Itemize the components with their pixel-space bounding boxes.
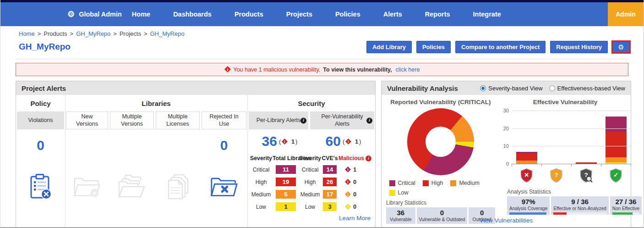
donut-legend: CriticalHighMediumLow	[389, 180, 492, 196]
per-vulnerability-alerts-label: Per-Vulnerability Alerts	[315, 113, 370, 128]
rejected-in-use-folder-x-icon	[201, 175, 247, 199]
library-count-badge: 19	[276, 178, 296, 186]
page-root: ⚙ Global Admin HomeDashboardsProductsPro…	[0, 0, 644, 228]
toolbar-button-add-library[interactable]: Add Library	[366, 41, 412, 53]
legend-item-low: Low	[389, 189, 409, 196]
toolbar-button-policies[interactable]: Policies	[416, 41, 451, 53]
alert-diamond-icon: !	[224, 66, 231, 73]
nav-item-policies[interactable]: Policies	[335, 11, 360, 18]
nav-item-products[interactable]: Products	[235, 11, 263, 18]
security-values: 36 (! 1) 60 (! 1)	[248, 129, 375, 153]
stat-box-non-effective: 27 / 36Non Effective	[610, 196, 642, 215]
radio-icon	[480, 85, 486, 91]
rejected-in-use-header[interactable]: Rejected In Use	[202, 111, 246, 129]
library-count-badge: 1	[276, 202, 296, 211]
malicious-vulnerability-banner: ! You have 1 malicious vulnerability. To…	[16, 63, 628, 76]
group-header-row: Policy Libraries	[16, 95, 247, 111]
info-icon[interactable]: i	[366, 156, 371, 161]
cves-header: CVE's	[321, 155, 338, 161]
breadcrumb-separator: >	[113, 30, 117, 37]
per-library-alerts-header[interactable]: Per-Library Alerts i	[249, 111, 308, 129]
gear-icon: ⚙	[67, 10, 75, 18]
reported-vulnerability-donut-chart[interactable]	[407, 108, 474, 175]
x-tick	[571, 164, 572, 167]
policy-libraries-section: Policy Libraries Violations New Versions…	[16, 95, 247, 227]
learn-more-link[interactable]: Learn More	[248, 215, 375, 222]
svg-text:!: !	[227, 67, 228, 72]
progress-bar	[553, 212, 606, 215]
progress-fill	[612, 212, 633, 215]
violations-header[interactable]: Violations	[17, 111, 64, 129]
toolbar-button-request-history[interactable]: Request History	[550, 41, 608, 53]
donut-chart-title: Reported Vulnerability (CRITICAL)	[390, 99, 491, 106]
stat-value: 0	[419, 209, 465, 217]
svg-text:?: ?	[554, 172, 558, 178]
library-statistics-label: Library Statistics	[386, 200, 495, 206]
nav-item-home[interactable]: Home	[132, 11, 150, 18]
legend-label: Low	[398, 189, 409, 196]
severity-label: High	[250, 179, 273, 185]
x-tick	[541, 164, 542, 167]
severity-row-medium: Medium5Medium17!0	[248, 188, 375, 200]
legend-label: High	[431, 180, 443, 186]
severity-label: Critical	[250, 167, 273, 173]
gridline: 20	[512, 128, 631, 129]
title-row: GH_MyRepo Add LibraryPoliciesCompare to …	[0, 37, 644, 57]
values-row: 0 0	[16, 129, 247, 161]
vulnerability-analysis-header: Vulnerability Analysis Severity-based Vi…	[382, 81, 631, 95]
toolbar-button-compare-to-another-project[interactable]: Compare to another Project	[455, 41, 546, 53]
global-admin-label: Global Admin	[79, 11, 122, 18]
breadcrumb-item-gh-myrepo[interactable]: GH_MyRepo	[76, 30, 110, 37]
multiple-licenses-header[interactable]: Multiple Licenses	[156, 111, 200, 129]
svg-text:✕: ✕	[524, 172, 529, 178]
bars	[512, 111, 631, 164]
severity-row-low: Low1Low3!0	[248, 200, 375, 213]
severity-label: Critical	[299, 167, 321, 173]
legend-swatch	[450, 180, 456, 186]
banner-click-here-link[interactable]: click here	[396, 67, 420, 73]
project-settings-gear-button[interactable]: ⚙	[611, 40, 631, 54]
nav-item-dashboards[interactable]: Dashboards	[173, 11, 212, 18]
severity-label: High	[299, 179, 321, 185]
admin-button[interactable]: Admin	[608, 2, 644, 26]
legend-swatch	[389, 190, 395, 196]
breadcrumb-item-gh-myrepo[interactable]: GH_MyRepo	[150, 30, 184, 37]
nav-item-reports[interactable]: Reports	[425, 11, 450, 18]
security-section: Security Per-Library Alerts i Per-Vulner…	[247, 95, 375, 227]
per-vulnerability-alerts-header[interactable]: Per-Vulnerability Alerts i	[310, 111, 374, 129]
group-policy: Policy	[16, 95, 65, 111]
project-alerts-panel: Project Alerts Policy Libraries Violatio…	[16, 81, 376, 228]
info-icon[interactable]: i	[366, 117, 372, 123]
cve-count-badge: 17	[323, 190, 337, 199]
x-tick	[631, 164, 631, 167]
bar-chart-title: Effective Vulnerability	[533, 99, 598, 106]
severity-label: Medium	[250, 191, 273, 198]
banner-message-red: You have 1 malicious vulnerability.	[234, 67, 321, 73]
bar-safe-shield	[606, 117, 627, 164]
global-admin-menu[interactable]: ⚙ Global Admin	[67, 10, 122, 18]
radio-severity-based-view[interactable]: Severity-based View	[480, 85, 542, 92]
effective-vulnerability-bar-chart[interactable]: 0102030	[512, 111, 631, 164]
new-versions-header[interactable]: New Versions	[66, 111, 108, 129]
breadcrumb-separator: >	[144, 30, 147, 37]
stat-label: Analysis Coverage	[509, 206, 547, 211]
info-icon[interactable]: i	[300, 117, 306, 123]
risk-shield-icons-row: ✕??✓	[512, 168, 631, 185]
toolbar: Add LibraryPoliciesCompare to another Pr…	[366, 41, 608, 53]
view-vulnerabilities-link[interactable]: View Vulnerabilities	[382, 217, 631, 224]
analysis-statistics-label: Analysis Statistics	[507, 189, 627, 195]
vulnerability-analysis-body: Reported Vulnerability (CRITICAL) Critic…	[382, 95, 631, 227]
nav-item-alerts[interactable]: Alerts	[383, 11, 402, 18]
nav-item-projects[interactable]: Projects	[286, 11, 312, 18]
bar-segment-high	[606, 132, 627, 157]
nav-item-integrate[interactable]: Integrate	[473, 11, 501, 18]
malicious-diamond-icon: !	[282, 138, 288, 145]
breadcrumb-item-home[interactable]: Home	[19, 30, 35, 37]
banner-message-dark: To view this vulnerability,	[323, 67, 392, 73]
multiple-versions-header[interactable]: Multiple Versions	[110, 111, 154, 129]
multiple-licenses-documents-icon	[155, 173, 201, 200]
breadcrumb-separator: >	[70, 30, 74, 37]
radio-effectiveness-based-view[interactable]: Effectiveness-based View	[549, 85, 625, 92]
bar-vulnerable-shield	[516, 152, 537, 164]
per-library-alerts-label: Per-Library Alerts	[257, 117, 301, 124]
